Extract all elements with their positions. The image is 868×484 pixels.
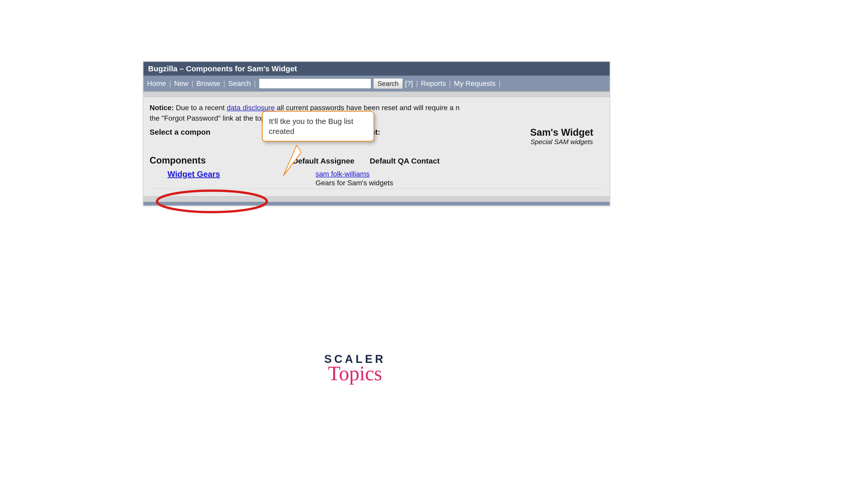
nav-my-requests[interactable]: My Requests [454,80,496,88]
nav-separator: | [253,80,257,88]
top-nav: Home | New | Browse | Search | Search [?… [144,76,610,91]
product-title: Sam's Widget [530,127,593,138]
nav-separator: | [498,80,501,88]
bugzilla-window: Bugzilla – Components for Sam's Widget H… [143,61,610,206]
notice-line2: the "Forgot Password" link at the top [150,114,265,122]
notice-text-post: all current passwords have been reset an… [275,104,460,112]
nav-new[interactable]: New [174,80,188,88]
select-text-a: Select a compon [150,128,210,136]
widget-gears-link[interactable]: Widget Gears [167,169,220,179]
product-subtitle: Special SAM widgets [530,138,593,146]
col-default-assignee: Default Assignee [292,156,354,165]
notice-text-pre: Due to a recent [174,104,227,112]
nav-separator: | [222,80,226,88]
nav-reports[interactable]: Reports [421,80,446,88]
footer-bar [144,202,610,205]
nav-browse[interactable]: Browse [196,80,220,88]
brand-bottom-text: Topics [324,362,386,385]
main-content: Notice: Due to a recent data disclosure … [144,97,610,196]
window-title: Bugzilla – Components for Sam's Widget [144,62,610,76]
nav-help[interactable]: [?] [405,80,413,88]
data-disclosure-link[interactable]: data disclosure [227,104,275,112]
product-block: Sam's Widget Special SAM widgets [530,127,603,146]
notice-banner: Notice: Due to a recent data disclosure … [150,103,603,123]
components-header-row: Components Default Assignee Default QA C… [150,155,603,166]
callout-text: It'll tke you to the Bug list created [269,117,353,136]
col-default-qa: Default QA Contact [370,156,440,165]
nav-separator: | [448,80,452,88]
assignee-link[interactable]: sam folk-williams [315,170,370,178]
component-description: Gears for Sam's widgets [315,179,393,187]
nav-home[interactable]: Home [147,80,166,88]
component-row: Widget Gears sam folk-williams Gears for… [150,169,603,189]
callout-bubble: It'll tke you to the Bug list created [262,111,374,142]
nav-separator: | [415,80,419,88]
nav-separator: | [168,80,172,88]
nav-search-link[interactable]: Search [228,80,251,88]
components-heading: Components [150,155,277,166]
scaler-topics-logo: SCALER Topics [324,353,386,385]
search-input[interactable] [259,79,371,89]
divider [144,196,610,202]
assignee-cell: sam folk-williams Gears for Sam's widget… [315,169,393,187]
search-button[interactable]: Search [373,78,403,89]
notice-label: Notice: [150,104,174,112]
nav-separator: | [190,80,194,88]
divider [144,91,610,97]
